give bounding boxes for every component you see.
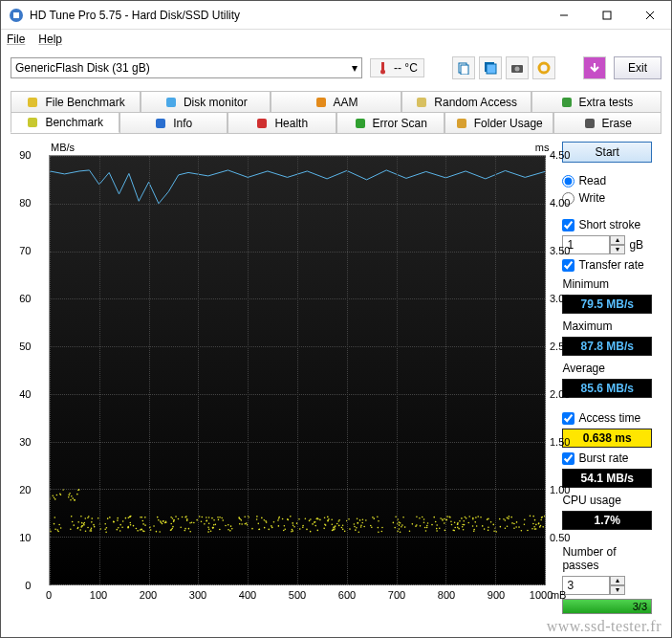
svg-point-365	[201, 517, 203, 518]
svg-point-307	[88, 516, 90, 517]
svg-point-227	[538, 523, 540, 525]
svg-point-415	[338, 519, 340, 521]
svg-point-342	[309, 520, 311, 522]
tab-icon	[354, 117, 367, 130]
spin-down-icon[interactable]: ▾	[610, 585, 625, 595]
tab-erase[interactable]: Erase	[553, 112, 662, 133]
svg-point-411	[291, 531, 293, 533]
transfer-rate-check[interactable]: Transfer rate	[562, 258, 652, 272]
svg-point-373	[342, 524, 344, 526]
maximize-button[interactable]	[585, 1, 628, 29]
svg-point-153	[165, 521, 167, 523]
svg-point-47	[377, 516, 379, 517]
spin-down-icon[interactable]: ▾	[610, 245, 625, 254]
access-time-check[interactable]: Access time	[562, 411, 652, 425]
svg-point-331	[107, 517, 109, 519]
svg-point-289	[293, 526, 295, 528]
close-button[interactable]	[628, 1, 671, 29]
tab-icon	[415, 96, 428, 109]
svg-point-413	[399, 528, 401, 530]
svg-point-406	[215, 524, 217, 526]
svg-point-90	[365, 519, 367, 521]
svg-point-336	[356, 527, 358, 529]
tab-disk-monitor[interactable]: Disk monitor	[141, 91, 271, 112]
options-button[interactable]	[532, 56, 555, 79]
svg-point-445	[70, 499, 72, 501]
watermark-text: www.ssd-tester.fr	[547, 618, 661, 635]
spin-up-icon[interactable]: ▴	[610, 576, 625, 585]
svg-point-37	[204, 523, 206, 525]
average-value: 85.6 MB/s	[562, 379, 652, 398]
menu-file[interactable]: File	[7, 33, 25, 46]
spin-up-icon[interactable]: ▴	[610, 235, 625, 245]
temperature-box: -- °C	[370, 58, 424, 77]
svg-point-366	[211, 517, 213, 519]
burst-rate-check[interactable]: Burst rate	[562, 451, 652, 465]
svg-point-430	[76, 494, 78, 495]
svg-point-216	[420, 525, 422, 527]
y-right-tick: 2.50	[550, 341, 570, 352]
svg-point-335	[239, 517, 241, 519]
svg-point-399	[513, 523, 515, 525]
svg-point-256	[435, 521, 437, 523]
minimize-button[interactable]	[542, 1, 585, 29]
svg-point-148	[349, 528, 351, 530]
svg-point-157	[170, 523, 172, 525]
svg-point-36	[130, 524, 132, 526]
svg-point-287	[225, 525, 227, 527]
svg-rect-24	[457, 119, 466, 128]
svg-point-378	[136, 528, 138, 530]
menu-help[interactable]: Help	[38, 33, 62, 46]
tab-folder-usage[interactable]: Folder Usage	[444, 112, 553, 133]
burst-rate-value: 54.1 MB/s	[562, 469, 652, 488]
short-stroke-check[interactable]: Short stroke	[562, 218, 652, 231]
save-button[interactable]	[583, 56, 606, 79]
write-radio[interactable]: Write	[562, 191, 652, 205]
passes-input[interactable]: ▴▾	[562, 576, 652, 595]
tab-benchmark[interactable]: Benchmark	[11, 112, 119, 133]
svg-point-198	[341, 527, 343, 529]
tab-health[interactable]: Health	[228, 112, 336, 133]
camera-button[interactable]	[506, 56, 529, 79]
svg-point-251	[104, 528, 106, 530]
copy-info-button[interactable]	[452, 56, 475, 79]
svg-rect-1	[13, 12, 19, 18]
read-radio[interactable]: Read	[562, 174, 652, 187]
y-left-tick: 50	[8, 341, 31, 352]
svg-point-343	[171, 528, 173, 530]
svg-point-326	[77, 521, 79, 523]
tab-file-benchmark[interactable]: File Benchmark	[11, 91, 141, 112]
tab-extra-tests[interactable]: Extra tests	[531, 91, 661, 112]
exit-button[interactable]: Exit	[614, 56, 661, 79]
short-stroke-input[interactable]: ▴▾	[562, 235, 625, 254]
svg-point-31	[401, 526, 402, 528]
tab-info[interactable]: Info	[119, 112, 228, 133]
svg-point-288	[73, 524, 75, 526]
svg-point-30	[397, 518, 399, 520]
tab-icon	[26, 116, 39, 129]
svg-point-81	[511, 522, 513, 524]
svg-point-232	[159, 531, 161, 533]
tab-aam[interactable]: AAM	[271, 91, 401, 112]
tab-random-access[interactable]: Random Access	[401, 91, 531, 112]
svg-point-87	[363, 526, 365, 528]
svg-rect-23	[356, 119, 365, 128]
svg-point-315	[129, 517, 131, 518]
svg-point-248	[477, 516, 479, 517]
start-button[interactable]: Start	[562, 142, 652, 163]
svg-point-427	[69, 493, 71, 495]
svg-point-291	[207, 527, 209, 529]
svg-point-392	[518, 526, 520, 528]
svg-point-206	[264, 527, 266, 529]
svg-point-276	[424, 527, 426, 529]
x-tick: 0	[46, 589, 52, 601]
svg-point-435	[54, 496, 55, 498]
svg-point-96	[355, 529, 357, 531]
svg-point-274	[531, 528, 533, 530]
copy-screenshot-button[interactable]	[479, 56, 502, 79]
tab-error-scan[interactable]: Error Scan	[336, 112, 445, 133]
svg-point-129	[244, 516, 246, 517]
svg-point-263	[273, 521, 275, 523]
device-select[interactable]: GenericFlash Disk (31 gB) ▾	[11, 57, 362, 78]
svg-point-264	[316, 530, 318, 532]
